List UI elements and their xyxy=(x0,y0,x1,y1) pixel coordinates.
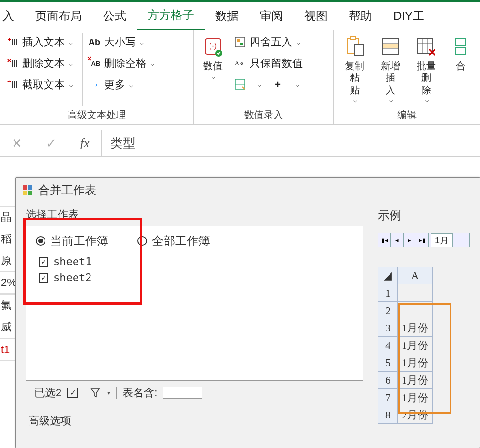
cell[interactable]: 1月份 xyxy=(398,319,433,337)
checkbox-sheet2[interactable]: sheet2 xyxy=(26,269,363,285)
tab-help[interactable]: 帮助 xyxy=(338,2,383,30)
delete-text-button[interactable]: 删除文本 ⌵ xyxy=(4,54,75,73)
radio-checked-icon xyxy=(36,236,45,246)
row-header[interactable]: 4 xyxy=(378,337,398,354)
row-header[interactable]: 1 xyxy=(378,284,398,302)
formula-input[interactable]: 类型 xyxy=(102,135,135,152)
row-header[interactable]: 3 xyxy=(378,319,398,337)
insert-text-label: 插入文本 xyxy=(22,35,65,49)
case-button[interactable]: Ab 大小写 ⌵ xyxy=(86,33,156,51)
cell[interactable] xyxy=(398,284,433,302)
select-sheets-label: 选择工作表 xyxy=(26,208,363,222)
radio-all-label: 全部工作簿 xyxy=(152,233,210,249)
row-header[interactable]: 2 xyxy=(378,302,398,319)
chevron-down-icon: ⌵ xyxy=(351,96,360,104)
sheet-select-panel: 当前工作簿 全部工作簿 sheet1 sheet2 xyxy=(26,226,363,381)
advanced-options-label[interactable]: 高级选项 xyxy=(26,414,363,428)
col-header-a[interactable]: A xyxy=(398,267,433,284)
nav-last-icon[interactable]: ▸▮ xyxy=(416,233,429,247)
cell[interactable]: 1月份 xyxy=(398,337,433,354)
insert-text-button[interactable]: 插入文本 ⌵ xyxy=(4,33,75,51)
checkbox-sheet1[interactable]: sheet1 xyxy=(26,254,363,269)
more-label: 更多 xyxy=(104,77,125,92)
numeric-button[interactable]: (-) 数值 ⌵ xyxy=(197,33,228,82)
extract-text-button[interactable]: 截取文本 ⌵ xyxy=(4,75,75,94)
round-button[interactable]: 四舍五入 ⌵ xyxy=(231,33,305,51)
cancel-icon[interactable]: ✕ xyxy=(12,136,22,151)
chevron-down-icon: ▾ xyxy=(107,389,110,396)
chevron-down-icon: ⌵ xyxy=(150,60,154,67)
delete-spaces-button[interactable]: ✕ AB 删除空格 ⌵ xyxy=(86,54,156,73)
group-text-processing-label: 高级文本处理 xyxy=(4,106,189,123)
tab-fangfang[interactable]: 方方格子 xyxy=(137,1,205,30)
example-label: 示例 xyxy=(378,208,470,223)
keep-values-icon: ABC xyxy=(233,57,247,70)
checkbox-checked-icon xyxy=(39,257,48,267)
tab-insert-partial[interactable]: 入 xyxy=(0,2,25,30)
row-header[interactable]: 7 xyxy=(378,389,398,406)
tab-formulas[interactable]: 公式 xyxy=(92,2,137,30)
insert-l1: 新增插 xyxy=(376,60,405,83)
row-header[interactable]: 5 xyxy=(378,354,398,372)
cell[interactable]: 1月份 xyxy=(398,389,433,406)
delete-text-label: 删除文本 xyxy=(22,56,65,71)
chevron-down-icon: ⌵ xyxy=(295,80,299,88)
svg-rect-25 xyxy=(28,191,32,195)
cell[interactable]: 1月份 xyxy=(398,372,433,389)
more-button[interactable]: → 更多 ⌵ xyxy=(86,75,156,94)
tab-diy[interactable]: DIY工 xyxy=(383,2,435,30)
example-table: ◢A 1 2 31月份 41月份 51月份 61月份 71月份 82月份 xyxy=(378,267,433,424)
extract-text-icon xyxy=(6,78,19,91)
nav-next-icon[interactable]: ▸ xyxy=(404,233,416,247)
extract-text-label: 截取文本 xyxy=(22,77,65,92)
chevron-down-icon: ⌵ xyxy=(422,96,431,104)
example-sheet-tab[interactable]: 1月 xyxy=(431,233,453,247)
delete-text-icon xyxy=(6,57,19,70)
batch-delete-l1: 批量删 xyxy=(412,60,440,83)
insert-button[interactable]: 新增插 入 ⌵ xyxy=(374,33,407,105)
clipboard-icon xyxy=(342,34,367,59)
keep-values-label: 只保留数值 xyxy=(250,56,303,71)
formula-bar: ✕ ✓ fx 类型 xyxy=(0,130,480,157)
tab-view[interactable]: 视图 xyxy=(294,2,338,30)
keep-values-button[interactable]: ABC 只保留数值 xyxy=(231,54,305,73)
name-contains-input[interactable] xyxy=(163,387,202,399)
radio-all-workbooks[interactable]: 全部工作簿 xyxy=(137,233,210,249)
numeric-icon: (-) xyxy=(200,34,225,59)
tab-page-layout[interactable]: 页面布局 xyxy=(25,2,92,30)
nav-prev-icon[interactable]: ◂ xyxy=(391,233,404,247)
cell[interactable]: 2月份 xyxy=(398,406,433,424)
tab-data[interactable]: 数据 xyxy=(205,2,249,30)
row-header[interactable]: 8 xyxy=(378,406,398,424)
merge-button-partial[interactable]: 合 xyxy=(445,33,476,74)
chevron-down-icon: ⌵ xyxy=(387,96,395,104)
group-edit-label: 编辑 xyxy=(338,106,476,123)
copy-paste-l1: 复制粘 xyxy=(341,60,369,83)
corner-cell[interactable]: ◢ xyxy=(378,267,398,284)
filter-icon[interactable] xyxy=(90,388,101,398)
nav-first-icon[interactable]: ▮◂ xyxy=(378,233,391,247)
svg-rect-22 xyxy=(23,185,27,190)
table-icon xyxy=(233,77,247,91)
svg-rect-24 xyxy=(23,191,27,195)
input-tools-button[interactable]: ⌵ + ⌵ xyxy=(231,75,305,93)
cell[interactable] xyxy=(398,302,433,319)
fx-button[interactable]: fx xyxy=(80,136,90,150)
batch-delete-button[interactable]: 批量删 除 ⌵ xyxy=(409,33,443,105)
sheet1-label: sheet1 xyxy=(53,255,91,268)
chevron-down-icon: ⌵ xyxy=(69,38,73,46)
dialog-app-icon xyxy=(22,184,33,196)
select-all-checkbox[interactable] xyxy=(67,388,78,398)
ribbon-tabs: 入 页面布局 公式 方方格子 数据 审阅 视图 帮助 DIY工 xyxy=(0,2,480,30)
row-header[interactable]: 6 xyxy=(378,372,398,389)
svg-rect-11 xyxy=(355,45,363,55)
accept-icon[interactable]: ✓ xyxy=(46,136,57,151)
radio-current-workbook[interactable]: 当前工作簿 xyxy=(36,233,108,249)
sheet2-label: sheet2 xyxy=(53,271,91,284)
svg-rect-5 xyxy=(240,43,243,45)
batch-delete-icon xyxy=(414,34,439,59)
cell[interactable]: 1月份 xyxy=(398,354,433,372)
tab-review[interactable]: 审阅 xyxy=(249,2,294,30)
svg-text:(-): (-) xyxy=(209,42,217,50)
copy-paste-button[interactable]: 复制粘 贴 ⌵ xyxy=(338,33,372,105)
